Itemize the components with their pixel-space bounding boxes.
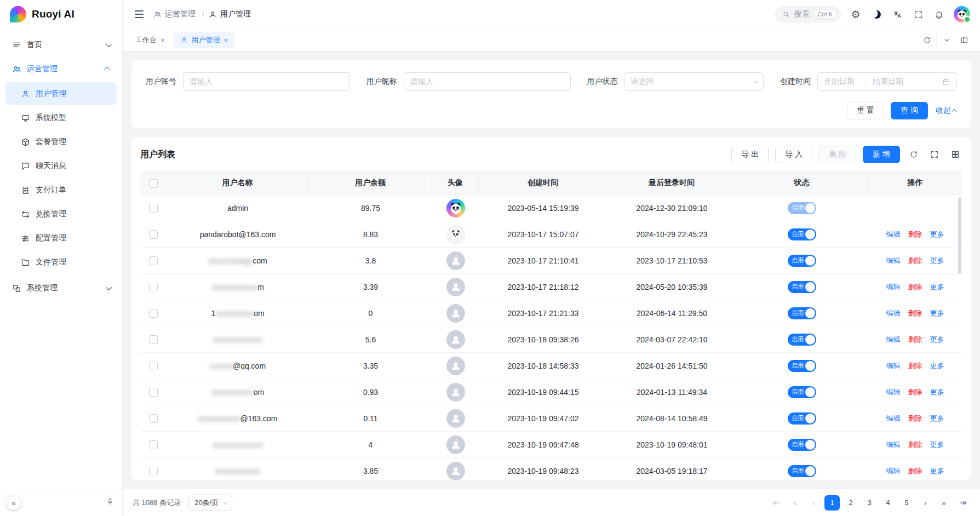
status-select[interactable]: 请选择 (624, 72, 764, 91)
fullscreen-icon[interactable] (912, 8, 924, 20)
notifications-icon[interactable] (933, 8, 945, 20)
sidebar-item-user[interactable]: 用户管理 (5, 82, 117, 105)
sidebar-item-operations[interactable]: 运营管理 (5, 57, 117, 81)
edit-link[interactable]: 编辑 (886, 309, 901, 317)
dark-mode-icon[interactable] (870, 8, 882, 20)
status-toggle[interactable]: 启用 (788, 307, 816, 319)
sidebar-item-chat[interactable]: 聊天消息 (5, 154, 117, 177)
edit-link[interactable]: 编辑 (886, 440, 901, 449)
row-checkbox[interactable] (149, 440, 158, 449)
more-link[interactable]: 更多 (930, 440, 944, 449)
page-size-select[interactable]: 20条/页 (188, 495, 232, 511)
table-fullscreen-icon[interactable] (927, 147, 942, 162)
row-checkbox[interactable] (149, 414, 158, 423)
delete-link[interactable]: 删除 (908, 256, 922, 265)
status-toggle[interactable]: 启用 (788, 360, 816, 372)
page-button-2[interactable]: 2 (843, 495, 858, 511)
delete-link[interactable]: 删除 (908, 467, 922, 475)
page-button-3[interactable]: 3 (862, 495, 877, 511)
table-scrollbar[interactable] (957, 171, 962, 480)
sidebar-item-package[interactable]: 套餐管理 (5, 130, 117, 153)
next-page-icon[interactable]: › (918, 495, 933, 511)
edit-link[interactable]: 编辑 (886, 230, 901, 238)
more-link[interactable]: 更多 (930, 362, 944, 370)
row-checkbox[interactable] (149, 256, 158, 265)
status-toggle[interactable]: 启用 (788, 386, 816, 398)
account-input[interactable] (183, 72, 350, 91)
tab-user-management[interactable]: 用户管理 × (174, 32, 234, 48)
search-button[interactable]: 查 询 (891, 102, 928, 119)
sidebar-item-exchange[interactable]: 兑换管理 (5, 203, 117, 226)
sidebar-item-model[interactable]: 系统模型 (5, 106, 117, 129)
settings-gear-icon[interactable]: ⚙ (850, 8, 862, 20)
tab-workbench[interactable]: 工作台 × (129, 32, 171, 48)
breadcrumb-operations[interactable]: 运营管理 (153, 9, 196, 19)
edit-link[interactable]: 编辑 (886, 467, 901, 475)
row-checkbox[interactable] (149, 309, 158, 318)
status-toggle[interactable]: 启用 (788, 439, 816, 451)
refresh-icon[interactable] (918, 33, 936, 47)
layout-toggle-icon[interactable] (955, 33, 973, 47)
close-icon[interactable]: × (224, 37, 228, 44)
sidebar-item-order[interactable]: 支付订单 (5, 179, 117, 202)
prev-page-icon[interactable]: ‹ (806, 495, 821, 511)
row-checkbox[interactable] (149, 388, 158, 397)
edit-link[interactable]: 编辑 (886, 283, 901, 291)
user-avatar[interactable] (954, 6, 970, 22)
delete-link[interactable]: 删除 (908, 414, 922, 422)
status-toggle[interactable]: 启用 (788, 334, 816, 346)
page-button-1[interactable]: 1 (824, 495, 840, 511)
more-link[interactable]: 更多 (930, 388, 944, 396)
column-settings-icon[interactable] (948, 147, 962, 162)
first-page-icon[interactable]: ⇤ (769, 495, 784, 511)
breadcrumb-user-management[interactable]: 用户管理 (209, 9, 251, 19)
edit-link[interactable]: 编辑 (886, 388, 901, 396)
status-toggle[interactable]: 启用 (788, 202, 816, 214)
language-icon[interactable] (891, 8, 903, 20)
status-toggle[interactable]: 启用 (788, 465, 816, 477)
sidebar-item-folder[interactable]: 文件管理 (5, 251, 117, 274)
more-link[interactable]: 更多 (930, 309, 944, 317)
row-checkbox[interactable] (149, 283, 158, 291)
status-toggle[interactable]: 启用 (788, 281, 816, 293)
edit-link[interactable]: 编辑 (886, 335, 901, 343)
prev-5-pages-icon[interactable]: « (787, 495, 803, 511)
row-checkbox[interactable] (149, 467, 158, 475)
more-link[interactable]: 更多 (930, 335, 944, 343)
delete-button[interactable]: 删 除 (819, 146, 856, 163)
status-toggle[interactable]: 启用 (788, 412, 816, 425)
pin-icon[interactable] (106, 497, 114, 506)
row-checkbox[interactable] (149, 335, 158, 344)
last-page-icon[interactable]: ⇥ (955, 495, 970, 511)
status-toggle[interactable]: 启用 (788, 228, 816, 240)
delete-link[interactable]: 删除 (908, 440, 922, 449)
delete-link[interactable]: 删除 (908, 230, 922, 238)
menu-toggle-icon[interactable] (133, 8, 146, 20)
edit-link[interactable]: 编辑 (886, 256, 901, 265)
delete-link[interactable]: 删除 (908, 283, 922, 291)
export-button[interactable]: 导 出 (731, 146, 769, 163)
more-link[interactable]: 更多 (930, 467, 944, 475)
more-link[interactable]: 更多 (930, 256, 944, 265)
edit-link[interactable]: 编辑 (886, 362, 901, 370)
more-link[interactable]: 更多 (930, 414, 944, 422)
global-search[interactable]: 搜索 Ctrl K (775, 6, 841, 22)
delete-link[interactable]: 删除 (908, 309, 922, 317)
sidebar-item-home[interactable]: 首页 (5, 33, 117, 57)
nickname-input[interactable] (404, 72, 571, 91)
sidebar-collapse-button[interactable]: « (7, 496, 21, 510)
edit-link[interactable]: 编辑 (886, 414, 901, 422)
row-checkbox[interactable] (149, 230, 158, 239)
sidebar-item-system[interactable]: 系统管理 (5, 276, 117, 300)
status-toggle[interactable]: 启用 (788, 255, 816, 267)
sidebar-item-config[interactable]: 配置管理 (5, 227, 117, 250)
delete-link[interactable]: 删除 (908, 335, 922, 343)
row-checkbox[interactable] (149, 204, 158, 213)
delete-link[interactable]: 删除 (908, 362, 922, 370)
select-all-checkbox[interactable] (149, 179, 158, 188)
tab-menu-dropdown[interactable] (936, 33, 955, 47)
delete-link[interactable]: 删除 (908, 388, 922, 396)
next-5-pages-icon[interactable]: » (936, 495, 952, 511)
import-button[interactable]: 导 入 (775, 146, 812, 163)
date-range-picker[interactable]: 开始日期 → 结束日期 (817, 72, 957, 91)
